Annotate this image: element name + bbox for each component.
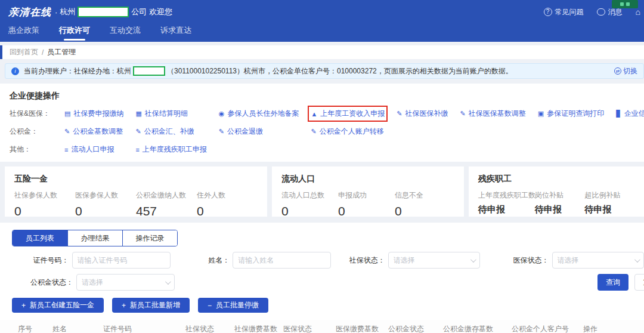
- col-shebao-base: 社保缴费基数: [234, 324, 283, 333]
- col-shebao-status: 社保状态: [185, 324, 234, 333]
- link-disabled-staff-declare[interactable]: ≡上年度残疾职工申报: [135, 144, 206, 155]
- yibao-status-label: 医保状态：: [513, 255, 549, 266]
- category-shebao-yibao: 社保&医保：: [10, 109, 52, 119]
- alert-text-prefix: 当前办理账户：社保经办地：杭州: [24, 66, 131, 76]
- name-label: 姓名：: [205, 255, 230, 266]
- link-gjj-base-adjust[interactable]: ✎公积金基数调整: [64, 127, 123, 137]
- gjj-status-value: 请选择: [82, 278, 103, 288]
- id-number-input[interactable]: [72, 252, 171, 269]
- switch-icon: ⇄: [614, 67, 621, 75]
- reset-button[interactable]: 重置: [634, 274, 644, 291]
- nav-item-admin-license[interactable]: 行政许可: [59, 25, 90, 42]
- col-gjj-status: 公积金状态: [388, 324, 443, 333]
- card-title: 残疾职工: [478, 174, 634, 184]
- stat-info-incomplete: 信息不全 0: [395, 190, 451, 218]
- name-input[interactable]: [233, 252, 331, 269]
- message-link[interactable]: 消息: [597, 7, 623, 17]
- shebao-status-select[interactable]: 请选择: [388, 252, 481, 269]
- col-name: 姓名: [52, 324, 103, 333]
- nav-item-policy[interactable]: 惠企政策: [8, 25, 39, 42]
- link-shebao-yibao-makeup[interactable]: ✎社保医保补缴: [397, 109, 448, 119]
- tab-operation-log[interactable]: 操作记录: [122, 230, 177, 246]
- list-icon: ≡: [64, 146, 68, 153]
- nav-item-interaction[interactable]: 互动交流: [110, 25, 141, 42]
- link-insurance-proof-print[interactable]: ▣参保证明查询打印: [538, 109, 604, 119]
- edit-icon: ✎: [397, 110, 402, 118]
- filter-row-2: 公积金状态： 请选择 查询 重置: [0, 274, 644, 291]
- employee-tabs: 员工列表 办理结果 操作记录: [12, 230, 178, 246]
- link-annual-salary-declare[interactable]: ▲上年度工资收入申报: [311, 109, 385, 119]
- link-remote-residence-record[interactable]: ◉参保人员长住外地备案: [219, 109, 299, 119]
- edit-icon: ✎: [64, 128, 70, 135]
- stat-cards-row: 五险一金 社保参保人数 0 医保参保人数 0 公积金缴纳人数 457 住外人数 …: [5, 166, 644, 217]
- card-wuxianyijin: 五险一金 社保参保人数 0 医保参保人数 0 公积金缴纳人数 457 住外人数 …: [5, 166, 267, 217]
- stat-post-subsidy: 岗位补贴 待申报: [535, 190, 585, 215]
- redaction-box: [78, 7, 129, 17]
- quick-operations-title: 企业便捷操作: [10, 91, 644, 101]
- faq-link[interactable]: ? 常见问题: [544, 7, 584, 17]
- col-id-number: 证件号码: [103, 324, 185, 333]
- col-yibao-base: 医保缴费基数: [336, 324, 388, 333]
- create-wuxianyijin-button[interactable]: + 新员工创建五险一金: [12, 298, 104, 313]
- yibao-status-select[interactable]: 请选择: [552, 252, 644, 269]
- edit-icon: ✎: [460, 110, 466, 118]
- minus-icon: −: [208, 301, 212, 310]
- tab-process-result[interactable]: 办理结果: [67, 230, 122, 246]
- id-number-label: 证件号码：: [11, 255, 69, 266]
- main-nav: 惠企政策 行政许可 互动交流 诉求直达: [0, 20, 644, 42]
- link-gjj-remit-makeup[interactable]: ✎公积金汇、补缴: [135, 127, 206, 137]
- shebao-status-label: 社保状态：: [349, 255, 385, 266]
- breadcrumb-back-link[interactable]: 回到首页: [10, 47, 38, 57]
- app-logo: 亲清在线: [8, 5, 51, 19]
- nav-item-appeal[interactable]: 诉求直达: [160, 25, 191, 42]
- breadcrumb: 回到首页 / 员工管理: [0, 45, 644, 59]
- batch-add-employee-button[interactable]: + 新员工批量新增: [112, 298, 190, 313]
- plus-icon: +: [21, 301, 26, 310]
- message-label: 消息: [608, 7, 623, 17]
- link-shebao-settle-detail[interactable]: ▦社保结算明细: [135, 109, 206, 119]
- employee-panel: 员工列表 办理结果 操作记录 证件号码： 姓名： 社保状态： 请选择 医保状态：…: [0, 223, 644, 333]
- logo-separator: ·: [55, 8, 57, 17]
- plus-icon: +: [122, 301, 126, 310]
- app-header: 亲清在线 · 杭州 公司 欢迎您 ? 常见问题 消息 ⌂ 惠企政策: [0, 0, 644, 42]
- search-button[interactable]: 查询: [597, 274, 628, 291]
- table-header-row: 序号 姓名 证件号码 社保状态 社保缴费基数 医保状态 医保缴费基数 公积金状态…: [0, 320, 644, 333]
- employee-table: 序号 姓名 证件号码 社保状态 社保缴费基数 医保状态 医保缴费基数 公积金状态…: [0, 320, 644, 333]
- stat-gjj-count: 公积金缴纳人数 457: [136, 190, 197, 218]
- col-gjj-base: 公积金缴存基数: [443, 324, 512, 333]
- info-icon: i: [11, 67, 19, 75]
- category-gongjijin: 公积金：: [10, 127, 52, 137]
- redaction-box: [133, 66, 165, 76]
- bulk-action-row: + 新员工创建五险一金 + 新员工批量新增 − 员工批量停缴: [12, 298, 644, 313]
- document-icon: ▦: [135, 110, 141, 118]
- stat-abroad-count: 住外人数 0: [197, 190, 258, 218]
- stat-yibao-count: 医保参保人数 0: [75, 190, 136, 218]
- gjj-status-select[interactable]: 请选择: [76, 274, 175, 291]
- chevron-down-icon: [165, 279, 171, 285]
- link-migrant-population-declare[interactable]: ≡流动人口申报: [64, 144, 123, 155]
- link-gjj-account-transfer[interactable]: ✎公积金个人账户转移: [311, 127, 385, 137]
- breadcrumb-accent-bar: [0, 45, 2, 59]
- card-title: 流动人口: [281, 174, 454, 184]
- company-city: 杭州: [60, 7, 75, 17]
- col-actions: 操作: [583, 324, 644, 333]
- switch-account-link[interactable]: ⇄ 切换: [614, 66, 637, 76]
- chart-icon: ▊: [616, 110, 621, 118]
- tab-employee-list[interactable]: 员工列表: [13, 230, 67, 246]
- shebao-status-value: 请选择: [394, 255, 415, 266]
- chevron-down-icon: [470, 257, 476, 263]
- batch-stop-payment-button[interactable]: − 员工批量停缴: [198, 298, 268, 313]
- edit-icon: ✎: [311, 128, 316, 135]
- link-company-info-change[interactable]: ▊企业信息变更: [616, 109, 644, 119]
- link-gjj-refund[interactable]: ✎公积金退缴: [219, 127, 299, 137]
- link-shebao-yibao-base-adjust[interactable]: ✎社保医保基数调整: [460, 109, 526, 119]
- card-disabled-staff: 残疾职工 上年度残疾职工数 待申报 岗位补贴 待申报 超比例补贴 待申报: [469, 166, 644, 217]
- printer-icon: ▣: [538, 110, 544, 118]
- page-title: 员工管理: [47, 47, 76, 57]
- alert-text-suffix: （3011000102250113）杭州市，公积金单位客户号：010000327…: [167, 66, 513, 76]
- link-shebao-fee-declare[interactable]: ▤社保费申报缴纳: [64, 109, 123, 119]
- faq-label: 常见问题: [555, 7, 584, 17]
- card-icon: ▤: [64, 110, 70, 118]
- enterprise-icon[interactable]: ⌂: [636, 7, 640, 17]
- chevron-down-icon: [634, 257, 640, 263]
